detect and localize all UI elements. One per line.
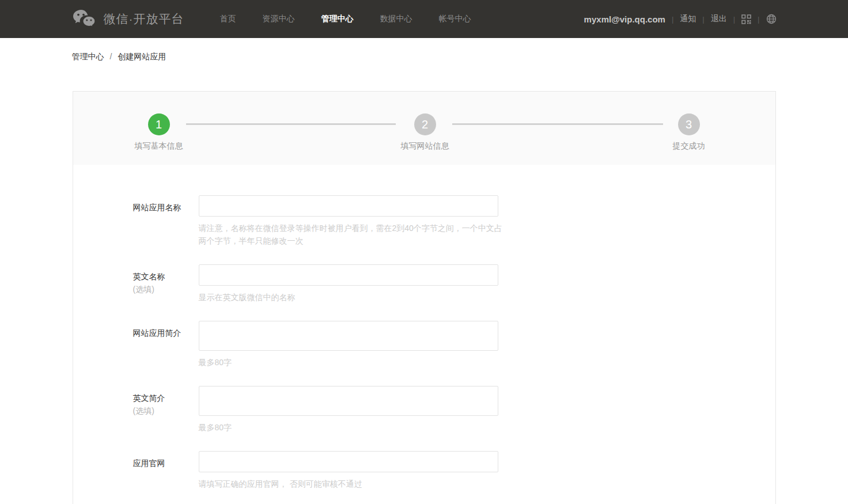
english-name-optional-label: (选填) xyxy=(133,283,199,295)
app-intro-helper: 最多80字 xyxy=(199,356,504,369)
nav-right: myxml@vip.qq.com | 通知 | 退出 | xyxy=(584,14,777,24)
step-3-label: 提交成功 xyxy=(673,141,705,151)
top-navbar: 微信·开放平台 首页 资源中心 管理中心 数据中心 帐号中心 myxml@vip… xyxy=(0,0,848,38)
nav-item-account[interactable]: 帐号中心 xyxy=(439,14,471,24)
form-row-english-name: 英文名称 (选填) 显示在英文版微信中的名称 xyxy=(133,264,775,304)
account-email[interactable]: myxml@vip.qq.com xyxy=(584,14,665,24)
app-name-helper: 请注意，名称将在微信登录等操作时被用户看到，需在2到40个字节之间，一个中文占两… xyxy=(199,222,504,247)
step-3-circle: 3 xyxy=(678,113,700,135)
notice-link[interactable]: 通知 xyxy=(680,14,696,24)
form-row-app-intro: 网站应用简介 最多80字 xyxy=(133,321,775,369)
official-site-label: 应用官网 xyxy=(133,457,199,469)
wechat-logo-icon xyxy=(72,9,96,29)
official-site-input[interactable] xyxy=(199,451,498,472)
main-menu: 首页 资源中心 管理中心 数据中心 帐号中心 xyxy=(220,14,471,24)
brand[interactable]: 微信·开放平台 xyxy=(72,9,184,29)
breadcrumb: 管理中心 / 创建网站应用 xyxy=(72,52,777,62)
form-row-official-site: 应用官网 请填写正确的应用官网， 否则可能审核不通过 xyxy=(133,451,775,490)
step-1-circle: 1 xyxy=(148,113,170,135)
nav-item-data[interactable]: 数据中心 xyxy=(380,14,412,24)
english-name-helper: 显示在英文版微信中的名称 xyxy=(199,291,504,304)
step-connector xyxy=(186,123,396,125)
english-intro-helper: 最多80字 xyxy=(199,421,504,434)
step-2-circle: 2 xyxy=(414,113,436,135)
breadcrumb-separator: / xyxy=(109,52,112,61)
form-row-english-intro: 英文简介 (选填) 最多80字 xyxy=(133,386,775,434)
nav-separator: | xyxy=(672,15,673,24)
step-1-label: 填写基本信息 xyxy=(135,141,183,151)
nav-separator: | xyxy=(758,15,759,24)
nav-item-management[interactable]: 管理中心 xyxy=(321,14,354,24)
step-indicator: 1 2 3 填写基本信息 填写网站信息 提交成功 xyxy=(73,92,775,165)
globe-icon[interactable] xyxy=(766,14,777,24)
nav-item-resources[interactable]: 资源中心 xyxy=(263,14,295,24)
basic-info-form: 网站应用名称 请注意，名称将在微信登录等操作时被用户看到，需在2到40个字节之间… xyxy=(73,165,775,504)
step-connector xyxy=(452,123,663,125)
nav-separator: | xyxy=(702,15,704,24)
nav-separator: | xyxy=(733,15,735,24)
qrcode-icon[interactable] xyxy=(741,14,751,24)
english-intro-textarea[interactable] xyxy=(199,386,498,416)
english-name-label: 英文名称 xyxy=(133,270,199,283)
english-intro-label: 英文简介 xyxy=(133,392,199,404)
logout-link[interactable]: 退出 xyxy=(711,14,727,24)
english-intro-optional-label: (选填) xyxy=(133,404,199,417)
official-site-helper: 请填写正确的应用官网， 否则可能审核不通过 xyxy=(199,478,504,490)
create-app-panel: 1 2 3 填写基本信息 填写网站信息 提交成功 网站应用名称 请注意，名称将在… xyxy=(73,91,776,504)
nav-item-home[interactable]: 首页 xyxy=(220,14,236,24)
form-row-app-name: 网站应用名称 请注意，名称将在微信登录等操作时被用户看到，需在2到40个字节之间… xyxy=(133,195,775,247)
step-2-label: 填写网站信息 xyxy=(401,141,449,151)
brand-title: 微信·开放平台 xyxy=(104,11,184,27)
app-name-input[interactable] xyxy=(199,195,498,217)
app-intro-textarea[interactable] xyxy=(199,321,498,351)
app-name-label: 网站应用名称 xyxy=(133,201,199,214)
app-intro-label: 网站应用简介 xyxy=(133,327,199,339)
breadcrumb-parent[interactable]: 管理中心 xyxy=(72,52,104,61)
english-name-input[interactable] xyxy=(199,264,498,286)
breadcrumb-current: 创建网站应用 xyxy=(118,52,166,61)
